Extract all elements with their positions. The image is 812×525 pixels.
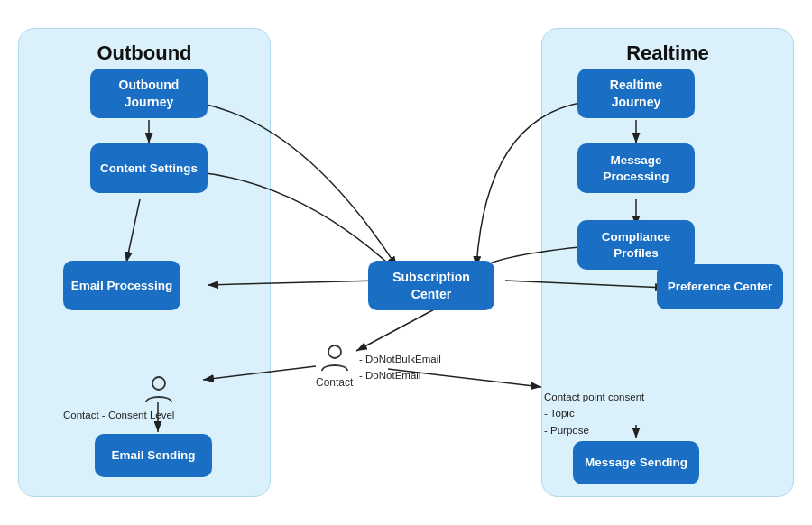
svg-line-8 [356, 308, 438, 351]
left-contact-person-icon [143, 373, 175, 406]
realtime-journey-node: Realtime Journey [577, 69, 695, 118]
center-contact-icon: Contact [316, 342, 353, 389]
center-contact-label: Contact [316, 376, 353, 389]
left-contact-text: Contact - Consent Level [63, 410, 174, 420]
contact-list-label: - DoNotBulkEmail - DoNotEmail [359, 351, 441, 384]
realtime-title: Realtime [542, 41, 793, 65]
left-contact-icon [143, 373, 175, 406]
diagram-container: Outbound Realtime [9, 10, 803, 515]
svg-point-14 [152, 377, 165, 390]
subscription-center-node: Subscription Center [368, 261, 494, 310]
email-processing-node: Email Processing [63, 261, 180, 310]
message-sending-node: Message Sending [573, 441, 699, 484]
email-sending-node: Email Sending [95, 434, 212, 477]
preference-center-node: Preference Center [657, 264, 783, 309]
message-processing-node: Message Processing [577, 143, 695, 193]
outbound-journey-node: Outbound Journey [90, 69, 208, 118]
compliance-profiles-node: Compliance Profiles [577, 220, 695, 270]
contact-person-icon [318, 342, 351, 374]
content-settings-node: Content Settings [90, 143, 208, 193]
outbound-title: Outbound [19, 41, 270, 65]
right-list-label: Contact point consent - Topic - Purpose [544, 389, 644, 438]
svg-point-13 [328, 345, 341, 358]
